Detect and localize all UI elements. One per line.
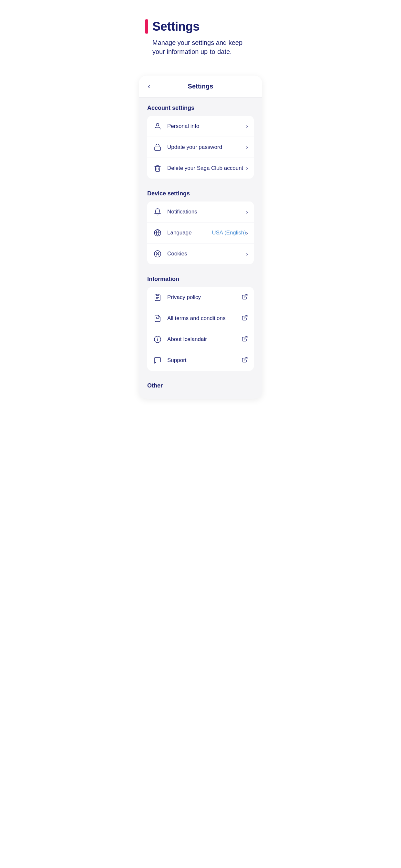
external-link-icon [242, 356, 248, 365]
privacy-policy-item[interactable]: Privacy policy [147, 287, 254, 308]
language-sub-label: USA (English) [212, 229, 246, 236]
external-link-icon [242, 314, 248, 322]
lock-icon [153, 143, 162, 152]
external-link-icon [242, 336, 248, 344]
privacy-policy-label: Privacy policy [167, 294, 242, 301]
cookies-item[interactable]: Cookies › [147, 244, 254, 264]
device-settings-title: Device settings [147, 190, 254, 197]
language-item[interactable]: Language USA (English) › [147, 222, 254, 244]
terms-label: All terms and conditions [167, 315, 242, 321]
about-icelandair-item[interactable]: About Icelandair [147, 329, 254, 350]
svg-rect-1 [155, 147, 160, 151]
page-title: Settings [152, 20, 199, 34]
globe-icon [153, 228, 162, 237]
svg-point-9 [156, 254, 157, 255]
support-item[interactable]: Support [147, 350, 254, 371]
svg-point-11 [157, 253, 158, 254]
svg-rect-12 [156, 294, 159, 296]
chevron-icon: › [246, 209, 248, 215]
chevron-icon: › [246, 229, 248, 237]
svg-point-10 [158, 254, 159, 255]
svg-line-22 [244, 336, 247, 339]
bell-icon [153, 207, 162, 216]
svg-line-23 [244, 357, 247, 360]
chat-icon [153, 356, 162, 365]
page-subtitle: Manage your settings and keep your infor… [145, 38, 256, 56]
settings-card: ‹ Settings Account settings Personal inf… [139, 75, 262, 399]
update-password-label: Update your password [167, 144, 246, 151]
trash-icon [153, 164, 162, 173]
document-icon [153, 314, 162, 323]
chevron-icon: › [246, 123, 248, 130]
svg-point-7 [156, 252, 157, 253]
information-section: Information Privacy policy [139, 270, 262, 376]
account-settings-title: Account settings [147, 104, 254, 112]
chevron-icon: › [246, 251, 248, 257]
information-menu-group: Privacy policy [147, 287, 254, 371]
svg-point-0 [156, 123, 159, 126]
delete-account-item[interactable]: Delete your Saga Club account › [147, 158, 254, 179]
svg-line-15 [244, 294, 247, 297]
chevron-icon: › [246, 165, 248, 172]
language-label: Language [167, 229, 209, 236]
device-menu-group: Notifications › Language USA (English) › [147, 202, 254, 264]
personal-info-label: Personal info [167, 123, 246, 129]
account-menu-group: Personal info › Update your password › [147, 116, 254, 179]
svg-point-8 [158, 252, 159, 253]
person-icon [153, 122, 162, 131]
support-label: Support [167, 357, 242, 364]
device-settings-section: Device settings Notifications › [139, 184, 262, 270]
about-icelandair-label: About Icelandair [167, 336, 242, 343]
other-title: Other [147, 382, 254, 389]
personal-info-item[interactable]: Personal info › [147, 116, 254, 137]
external-link-icon [242, 293, 248, 302]
card-header-title: Settings [188, 83, 213, 90]
svg-line-18 [244, 315, 247, 318]
info-icon [153, 335, 162, 344]
back-button[interactable]: ‹ [145, 81, 153, 92]
account-settings-section: Account settings Personal info › [139, 97, 262, 184]
delete-account-label: Delete your Saga Club account [167, 165, 246, 172]
chevron-icon: › [246, 144, 248, 151]
accent-bar [145, 20, 148, 34]
terms-item[interactable]: All terms and conditions [147, 308, 254, 329]
update-password-item[interactable]: Update your password › [147, 137, 254, 158]
card-header: ‹ Settings [139, 75, 262, 97]
notifications-label: Notifications [167, 209, 246, 215]
cookies-label: Cookies [167, 251, 246, 257]
notifications-item[interactable]: Notifications › [147, 202, 254, 222]
information-title: Information [147, 276, 254, 283]
cookie-icon [153, 249, 162, 258]
page-header: Settings Manage your settings and keep y… [134, 0, 267, 63]
other-section: Other [139, 376, 262, 399]
clipboard-icon [153, 293, 162, 302]
